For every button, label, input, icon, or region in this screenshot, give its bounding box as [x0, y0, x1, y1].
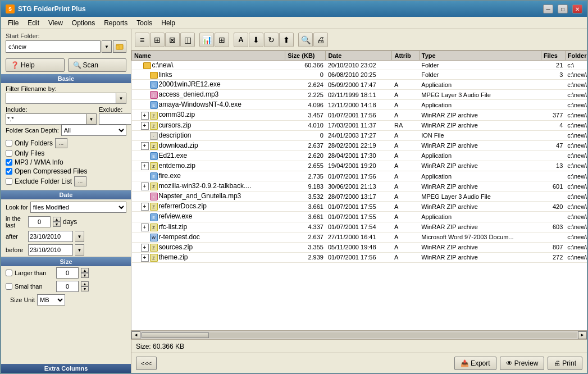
table-row[interactable]: ·description 0 24/01/2003 17:27 A ION Fi…	[132, 130, 587, 140]
basic-section-header[interactable]: Basic	[1, 74, 131, 83]
tb-btn-print[interactable]: 🖨	[313, 33, 328, 47]
expand-icon[interactable]: +	[141, 122, 149, 130]
tb-btn-grid[interactable]: ⊠	[165, 33, 180, 47]
maximize-button[interactable]: □	[558, 4, 568, 13]
minimize-button[interactable]: ─	[543, 4, 553, 13]
only-files-checkbox[interactable]	[6, 150, 12, 157]
table-row[interactable]: links 0 06/08/2010 20:25 Folder 3 c:\new…	[132, 70, 587, 80]
col-date[interactable]: Date	[326, 51, 392, 61]
folder-dropdown[interactable]: ▼	[102, 40, 112, 53]
menu-tools[interactable]: Tools	[132, 18, 157, 28]
size-section-header[interactable]: Size	[1, 257, 131, 266]
preview-button[interactable]: 👁 Preview	[500, 357, 545, 370]
exclude-input[interactable]	[99, 113, 131, 125]
smaller-input[interactable]	[56, 281, 79, 292]
col-size[interactable]: Size (KB)	[285, 51, 326, 61]
export-button[interactable]: 📤 Export	[454, 357, 496, 370]
exclude-folder-checkbox[interactable]	[6, 178, 12, 185]
filter-dropdown[interactable]: ▼	[116, 93, 126, 104]
lookfor-select[interactable]: files Modified files Created files Acces…	[30, 202, 126, 213]
scan-button[interactable]: 🔍 Scan	[68, 58, 127, 72]
extra-columns-header[interactable]: Extra Columns	[1, 364, 131, 373]
after-dropdown[interactable]: ▼	[75, 231, 84, 242]
nav-back-button[interactable]: <<<	[136, 357, 157, 370]
table-row[interactable]: +Ztheme.zip 2.939 01/07/2001 17:56 A Win…	[132, 252, 587, 262]
tb-btn-refresh[interactable]: ↻	[264, 33, 279, 47]
table-row[interactable]: E20001winJRE12.exe 2.624 05/09/2000 17:4…	[132, 80, 587, 90]
col-attrib[interactable]: Attrib	[392, 51, 419, 61]
larger-spin-down[interactable]: ▼	[81, 273, 89, 278]
scroll-right-btn[interactable]: ►	[578, 331, 587, 339]
menu-edit[interactable]: Edit	[23, 18, 44, 28]
tb-btn-map[interactable]: ◫	[180, 33, 195, 47]
table-row[interactable]: c:\new\ 60.366 20/10/2010 23:02 Folder 2…	[132, 61, 587, 70]
larger-checkbox[interactable]	[6, 270, 12, 276]
table-row[interactable]: ♪access_denied.mp3 2.225 02/11/1999 18:1…	[132, 90, 587, 100]
size-unit-select[interactable]: MBKBGB	[37, 294, 65, 305]
expand-icon[interactable]: +	[141, 183, 149, 190]
menu-file[interactable]: File	[3, 18, 23, 28]
expand-icon[interactable]: +	[141, 224, 149, 231]
help-button[interactable]: ❓ Help	[6, 58, 65, 72]
print-button[interactable]: 🖨 Print	[548, 357, 582, 370]
table-row[interactable]: +ZreferrerDocs.zip 3.661 01/07/2001 17:5…	[132, 202, 587, 212]
larger-input[interactable]	[56, 267, 79, 279]
include-dropdown[interactable]: ▼	[86, 113, 97, 125]
tb-btn-search[interactable]: 🔍	[298, 33, 313, 47]
expand-icon[interactable]: +	[141, 203, 149, 211]
table-row[interactable]: +Zentdemo.zip 2.655 19/04/2001 19:20 A W…	[132, 161, 587, 171]
mp3-checkbox[interactable]	[6, 159, 12, 166]
col-name[interactable]: Name	[132, 51, 285, 61]
only-folders-btn[interactable]: …	[55, 138, 67, 148]
menu-view[interactable]: View	[44, 18, 67, 28]
tb-btn-download[interactable]: ⬇	[249, 33, 263, 47]
before-input[interactable]	[28, 244, 73, 256]
spin-up[interactable]: ▲	[53, 217, 61, 222]
scroll-track[interactable]	[142, 332, 577, 338]
in-last-input[interactable]	[28, 216, 51, 227]
expand-icon[interactable]: +	[141, 244, 149, 252]
table-row[interactable]: +Zdownload.zip 2.637 28/02/2001 22:19 A …	[132, 140, 587, 150]
menu-help[interactable]: Help	[157, 18, 180, 28]
expand-icon[interactable]: +	[141, 142, 149, 150]
table-row[interactable]: Erefview.exe 3.661 01/07/2001 17:55 A Ap…	[132, 212, 587, 222]
scroll-thumb[interactable]	[142, 332, 209, 338]
depth-select[interactable]: All 123	[61, 125, 126, 136]
table-row[interactable]: +Zcursors.zip 4.010 17/03/2001 11:37 RA …	[132, 120, 587, 130]
expand-icon[interactable]: +	[141, 162, 149, 170]
tb-btn-table[interactable]: ⊞	[215, 33, 229, 47]
date-section-header[interactable]: Date	[1, 190, 131, 199]
tb-btn-chart[interactable]: 📊	[199, 33, 214, 47]
smaller-spin-down[interactable]: ▼	[81, 286, 89, 291]
table-row[interactable]: Eamaya-WindowsNT-4.0.exe 4.096 12/11/200…	[132, 100, 587, 110]
smaller-spin-up[interactable]: ▲	[81, 281, 89, 286]
col-folder[interactable]: Folder	[565, 51, 587, 61]
table-row[interactable]: +Zrfc-list.zip 4.337 01/07/2001 17:54 A …	[132, 222, 587, 232]
tb-btn-upload[interactable]: ⬆	[279, 33, 294, 47]
col-type[interactable]: Type	[419, 51, 541, 61]
table-row[interactable]: +Zcomm30.zip 3.457 01/07/2001 17:56 A Wi…	[132, 110, 587, 120]
folder-input[interactable]	[6, 40, 101, 53]
smaller-checkbox[interactable]	[6, 283, 12, 290]
after-input[interactable]	[28, 231, 73, 242]
table-row[interactable]: +Zmozilla-win32-0.9.2-talkback.... 9.183…	[132, 181, 587, 191]
table-row[interactable]: EEd21.exe 2.620 28/04/2001 17:30 A Appli…	[132, 150, 587, 161]
spin-down[interactable]: ▼	[53, 222, 61, 227]
menu-options[interactable]: Options	[67, 18, 99, 28]
table-row[interactable]: Efire.exe 2.735 01/07/2001 17:56 A Appli…	[132, 171, 587, 181]
close-button[interactable]: ✕	[572, 4, 582, 13]
expand-icon[interactable]: +	[141, 254, 149, 262]
filter-input[interactable]	[6, 93, 116, 104]
expand-icon[interactable]: +	[141, 112, 149, 120]
menu-reports[interactable]: Reports	[99, 18, 132, 28]
table-row[interactable]: ♪Napster_and_Gnutella.mp3 3.532 28/07/20…	[132, 191, 587, 202]
table-row[interactable]: +Zsources.zip 3.355 05/11/2000 19:48 A W…	[132, 242, 587, 252]
open-compressed-checkbox[interactable]	[6, 168, 12, 175]
horizontal-scrollbar[interactable]: ◄ ►	[131, 330, 587, 339]
tb-btn-tree[interactable]: ⊞	[150, 33, 165, 47]
only-folders-checkbox[interactable]	[6, 140, 12, 147]
col-files[interactable]: Files	[541, 51, 565, 61]
table-row[interactable]: Wr-tempest.doc 2.637 27/11/2000 16:41 A …	[132, 232, 587, 242]
scroll-left-btn[interactable]: ◄	[131, 331, 140, 339]
include-input[interactable]	[6, 113, 86, 125]
